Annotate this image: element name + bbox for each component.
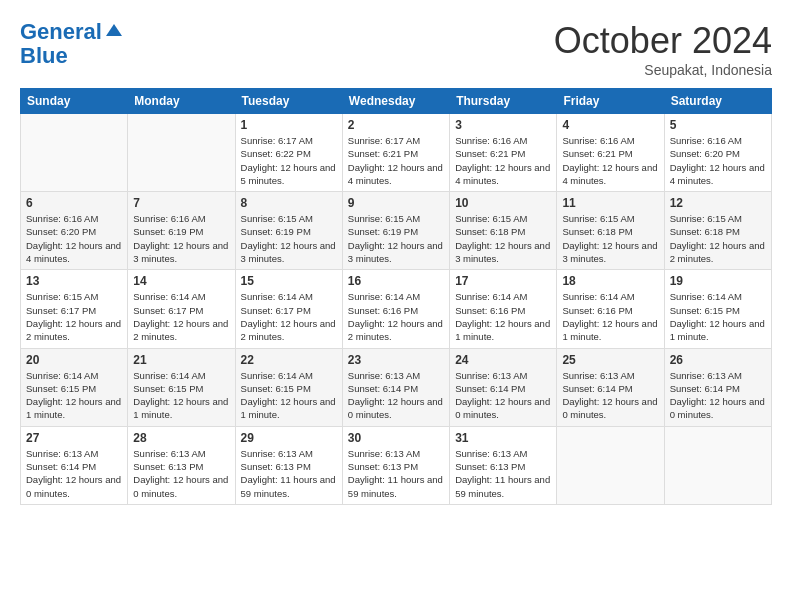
day-number: 28 [133,431,229,445]
title-block: October 2024 Seupakat, Indonesia [554,20,772,78]
calendar-table: SundayMondayTuesdayWednesdayThursdayFrid… [20,88,772,505]
day-info: Sunrise: 6:14 AMSunset: 6:15 PMDaylight:… [670,290,766,343]
week-row-3: 13Sunrise: 6:15 AMSunset: 6:17 PMDayligh… [21,270,772,348]
day-info: Sunrise: 6:14 AMSunset: 6:16 PMDaylight:… [455,290,551,343]
day-number: 26 [670,353,766,367]
logo-line2: Blue [20,44,124,68]
calendar-cell [128,114,235,192]
calendar-cell: 15Sunrise: 6:14 AMSunset: 6:17 PMDayligh… [235,270,342,348]
day-number: 5 [670,118,766,132]
day-number: 17 [455,274,551,288]
day-info: Sunrise: 6:15 AMSunset: 6:17 PMDaylight:… [26,290,122,343]
calendar-body: 1Sunrise: 6:17 AMSunset: 6:22 PMDaylight… [21,114,772,505]
day-number: 9 [348,196,444,210]
calendar-cell: 27Sunrise: 6:13 AMSunset: 6:14 PMDayligh… [21,426,128,504]
day-info: Sunrise: 6:13 AMSunset: 6:14 PMDaylight:… [455,369,551,422]
day-number: 13 [26,274,122,288]
day-info: Sunrise: 6:14 AMSunset: 6:17 PMDaylight:… [241,290,337,343]
calendar-cell [557,426,664,504]
day-number: 23 [348,353,444,367]
logo: General Blue [20,20,124,68]
day-number: 8 [241,196,337,210]
day-number: 27 [26,431,122,445]
week-row-5: 27Sunrise: 6:13 AMSunset: 6:14 PMDayligh… [21,426,772,504]
calendar-cell: 29Sunrise: 6:13 AMSunset: 6:13 PMDayligh… [235,426,342,504]
day-info: Sunrise: 6:15 AMSunset: 6:18 PMDaylight:… [670,212,766,265]
weekday-header-wednesday: Wednesday [342,89,449,114]
calendar-cell: 18Sunrise: 6:14 AMSunset: 6:16 PMDayligh… [557,270,664,348]
day-number: 21 [133,353,229,367]
logo-icon [104,20,124,40]
day-number: 10 [455,196,551,210]
calendar-cell: 11Sunrise: 6:15 AMSunset: 6:18 PMDayligh… [557,192,664,270]
calendar-cell [21,114,128,192]
calendar-cell: 14Sunrise: 6:14 AMSunset: 6:17 PMDayligh… [128,270,235,348]
day-info: Sunrise: 6:14 AMSunset: 6:15 PMDaylight:… [26,369,122,422]
day-number: 22 [241,353,337,367]
day-info: Sunrise: 6:16 AMSunset: 6:21 PMDaylight:… [455,134,551,187]
weekday-header-friday: Friday [557,89,664,114]
day-info: Sunrise: 6:15 AMSunset: 6:19 PMDaylight:… [348,212,444,265]
calendar-cell: 24Sunrise: 6:13 AMSunset: 6:14 PMDayligh… [450,348,557,426]
day-info: Sunrise: 6:14 AMSunset: 6:16 PMDaylight:… [562,290,658,343]
day-number: 3 [455,118,551,132]
calendar-cell: 5Sunrise: 6:16 AMSunset: 6:20 PMDaylight… [664,114,771,192]
calendar-cell: 13Sunrise: 6:15 AMSunset: 6:17 PMDayligh… [21,270,128,348]
day-info: Sunrise: 6:14 AMSunset: 6:15 PMDaylight:… [133,369,229,422]
svg-marker-0 [106,24,122,36]
day-number: 4 [562,118,658,132]
day-number: 11 [562,196,658,210]
day-info: Sunrise: 6:13 AMSunset: 6:14 PMDaylight:… [26,447,122,500]
calendar-cell: 31Sunrise: 6:13 AMSunset: 6:13 PMDayligh… [450,426,557,504]
day-info: Sunrise: 6:13 AMSunset: 6:14 PMDaylight:… [670,369,766,422]
day-number: 29 [241,431,337,445]
day-number: 12 [670,196,766,210]
day-number: 20 [26,353,122,367]
day-info: Sunrise: 6:13 AMSunset: 6:13 PMDaylight:… [455,447,551,500]
page-header: General Blue October 2024 Seupakat, Indo… [20,20,772,78]
calendar-cell: 4Sunrise: 6:16 AMSunset: 6:21 PMDaylight… [557,114,664,192]
calendar-cell: 1Sunrise: 6:17 AMSunset: 6:22 PMDaylight… [235,114,342,192]
day-info: Sunrise: 6:16 AMSunset: 6:21 PMDaylight:… [562,134,658,187]
day-number: 14 [133,274,229,288]
day-number: 24 [455,353,551,367]
weekday-header-saturday: Saturday [664,89,771,114]
day-number: 2 [348,118,444,132]
week-row-4: 20Sunrise: 6:14 AMSunset: 6:15 PMDayligh… [21,348,772,426]
day-info: Sunrise: 6:13 AMSunset: 6:13 PMDaylight:… [348,447,444,500]
day-info: Sunrise: 6:14 AMSunset: 6:16 PMDaylight:… [348,290,444,343]
calendar-cell: 26Sunrise: 6:13 AMSunset: 6:14 PMDayligh… [664,348,771,426]
calendar-cell: 21Sunrise: 6:14 AMSunset: 6:15 PMDayligh… [128,348,235,426]
logo-line1: General [20,19,102,44]
day-info: Sunrise: 6:13 AMSunset: 6:14 PMDaylight:… [348,369,444,422]
month-title: October 2024 [554,20,772,62]
day-number: 25 [562,353,658,367]
weekday-header-tuesday: Tuesday [235,89,342,114]
calendar-cell: 8Sunrise: 6:15 AMSunset: 6:19 PMDaylight… [235,192,342,270]
day-number: 18 [562,274,658,288]
week-row-2: 6Sunrise: 6:16 AMSunset: 6:20 PMDaylight… [21,192,772,270]
day-info: Sunrise: 6:17 AMSunset: 6:21 PMDaylight:… [348,134,444,187]
subtitle: Seupakat, Indonesia [554,62,772,78]
day-info: Sunrise: 6:13 AMSunset: 6:13 PMDaylight:… [133,447,229,500]
calendar-cell: 3Sunrise: 6:16 AMSunset: 6:21 PMDaylight… [450,114,557,192]
day-info: Sunrise: 6:15 AMSunset: 6:19 PMDaylight:… [241,212,337,265]
day-number: 6 [26,196,122,210]
day-info: Sunrise: 6:14 AMSunset: 6:17 PMDaylight:… [133,290,229,343]
calendar-cell: 10Sunrise: 6:15 AMSunset: 6:18 PMDayligh… [450,192,557,270]
weekday-header-thursday: Thursday [450,89,557,114]
calendar-cell: 25Sunrise: 6:13 AMSunset: 6:14 PMDayligh… [557,348,664,426]
week-row-1: 1Sunrise: 6:17 AMSunset: 6:22 PMDaylight… [21,114,772,192]
calendar-cell: 17Sunrise: 6:14 AMSunset: 6:16 PMDayligh… [450,270,557,348]
day-info: Sunrise: 6:15 AMSunset: 6:18 PMDaylight:… [562,212,658,265]
calendar-cell: 7Sunrise: 6:16 AMSunset: 6:19 PMDaylight… [128,192,235,270]
day-info: Sunrise: 6:16 AMSunset: 6:20 PMDaylight:… [670,134,766,187]
day-number: 15 [241,274,337,288]
calendar-cell: 16Sunrise: 6:14 AMSunset: 6:16 PMDayligh… [342,270,449,348]
day-number: 30 [348,431,444,445]
calendar-cell: 22Sunrise: 6:14 AMSunset: 6:15 PMDayligh… [235,348,342,426]
calendar-cell: 30Sunrise: 6:13 AMSunset: 6:13 PMDayligh… [342,426,449,504]
day-number: 1 [241,118,337,132]
day-info: Sunrise: 6:13 AMSunset: 6:14 PMDaylight:… [562,369,658,422]
day-info: Sunrise: 6:15 AMSunset: 6:18 PMDaylight:… [455,212,551,265]
